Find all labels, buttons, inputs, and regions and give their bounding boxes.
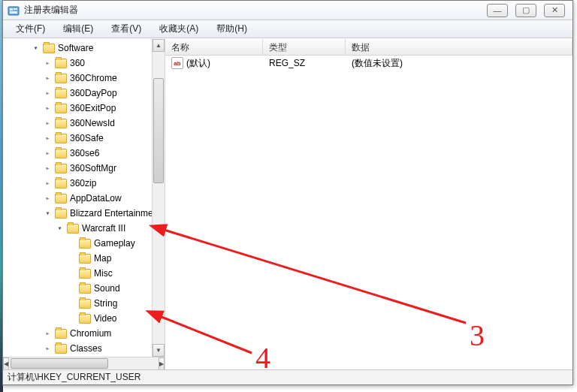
menubar: 文件(F) 编辑(E) 查看(V) 收藏夹(A) 帮助(H) bbox=[3, 20, 572, 38]
folder-icon bbox=[55, 149, 67, 158]
tree-node[interactable]: Gameplay bbox=[68, 236, 165, 251]
values-pane: 名称 类型 数据 ab (默认) REG_SZ (数值未设置) bbox=[165, 39, 572, 369]
tree-node-label: 360se6 bbox=[70, 148, 99, 158]
svg-rect-0 bbox=[8, 7, 19, 15]
menu-favorites[interactable]: 收藏夹(A) bbox=[151, 20, 207, 38]
tree-node-label: 360DayPop bbox=[70, 88, 117, 98]
expand-toggle-icon[interactable]: ▸ bbox=[44, 134, 52, 143]
scroll-right-button[interactable]: ▶ bbox=[159, 357, 165, 369]
expand-toggle-icon[interactable]: ▸ bbox=[44, 164, 52, 173]
tree-spacer bbox=[68, 285, 76, 293]
tree-spacer bbox=[68, 315, 76, 323]
folder-icon bbox=[79, 314, 91, 324]
expand-toggle-icon[interactable]: ▸ bbox=[44, 345, 52, 353]
tree-node-label: 360 bbox=[70, 58, 85, 68]
tree-node-label: Misc bbox=[94, 268, 113, 279]
folder-icon bbox=[55, 89, 67, 98]
tree-node[interactable]: String bbox=[68, 296, 165, 311]
tree-node[interactable]: Video bbox=[68, 311, 165, 326]
scroll-up-button[interactable]: ▲ bbox=[153, 39, 165, 52]
menu-edit[interactable]: 编辑(E) bbox=[55, 20, 101, 38]
tree-node[interactable]: ▸360SoftMgr bbox=[44, 161, 165, 176]
tree-node[interactable]: ▸360Safe bbox=[44, 131, 165, 146]
tree-pane: ▾Software▸360▸360Chrome▸360DayPop▸360Exi… bbox=[3, 39, 165, 369]
tree-spacer bbox=[68, 300, 76, 308]
tree-node-label: 360zip bbox=[70, 178, 96, 188]
tree-vertical-scrollbar[interactable]: ▲ ▼ bbox=[152, 39, 165, 357]
tree-node[interactable]: ▸360se6 bbox=[44, 146, 165, 161]
tree-spacer bbox=[68, 240, 76, 248]
folder-icon bbox=[55, 119, 67, 128]
expand-toggle-icon[interactable]: ▸ bbox=[44, 59, 52, 68]
tree-node[interactable]: ▸360ExitPop bbox=[44, 101, 165, 116]
expand-toggle-icon[interactable]: ▸ bbox=[44, 179, 52, 188]
value-row[interactable]: ab (默认) REG_SZ (数值未设置) bbox=[165, 56, 572, 71]
tree-node[interactable]: ▾Blizzard Entertainment bbox=[44, 206, 165, 221]
svg-rect-1 bbox=[10, 8, 13, 11]
folder-icon bbox=[67, 224, 79, 234]
expand-toggle-icon[interactable]: ▸ bbox=[44, 119, 52, 128]
expand-toggle-icon[interactable]: ▾ bbox=[32, 44, 40, 53]
tree-node[interactable]: ▸360NewsId bbox=[44, 116, 165, 131]
folder-icon bbox=[55, 179, 67, 188]
folder-icon bbox=[43, 44, 55, 53]
tree-node[interactable]: ▸AppDataLow bbox=[44, 191, 165, 206]
tree-node[interactable]: ▸360zip bbox=[44, 176, 165, 191]
hscroll-thumb[interactable] bbox=[11, 358, 108, 369]
tree-node-label: 360ExitPop bbox=[70, 103, 116, 113]
scroll-thumb[interactable] bbox=[153, 78, 164, 183]
column-headers[interactable]: 名称 类型 数据 bbox=[165, 39, 572, 56]
expand-toggle-icon[interactable]: ▾ bbox=[44, 210, 52, 218]
expand-toggle-icon[interactable]: ▸ bbox=[44, 149, 52, 158]
tree-node[interactable]: ▸Classes bbox=[44, 341, 165, 356]
tree-node[interactable]: ▾Software bbox=[32, 41, 165, 56]
titlebar[interactable]: 注册表编辑器 — ▢ ✕ bbox=[3, 1, 572, 20]
folder-icon bbox=[55, 329, 67, 339]
folder-icon bbox=[79, 299, 91, 309]
minimize-button[interactable]: — bbox=[487, 4, 508, 17]
registry-tree[interactable]: ▾Software▸360▸360Chrome▸360DayPop▸360Exi… bbox=[3, 39, 165, 357]
tree-node[interactable]: Sound bbox=[68, 281, 165, 296]
folder-icon bbox=[55, 74, 67, 83]
folder-icon bbox=[55, 194, 67, 204]
column-data[interactable]: 数据 bbox=[346, 39, 572, 55]
menu-view[interactable]: 查看(V) bbox=[103, 20, 150, 38]
window: 注册表编辑器 — ▢ ✕ 文件(F) 编辑(E) 查看(V) 收藏夹(A) 帮助… bbox=[2, 0, 573, 385]
expand-toggle-icon[interactable]: ▸ bbox=[44, 74, 52, 83]
maximize-button[interactable]: ▢ bbox=[515, 4, 536, 17]
values-list[interactable]: ab (默认) REG_SZ (数值未设置) bbox=[165, 56, 572, 369]
tree-node[interactable]: Misc bbox=[68, 266, 165, 281]
expand-toggle-icon[interactable]: ▸ bbox=[44, 330, 52, 338]
close-button[interactable]: ✕ bbox=[544, 4, 565, 17]
expand-toggle-icon[interactable]: ▸ bbox=[44, 194, 52, 203]
scroll-left-button[interactable]: ◀ bbox=[3, 357, 9, 369]
tree-node-label: 360Safe bbox=[70, 133, 104, 143]
expand-toggle-icon[interactable]: ▸ bbox=[44, 89, 52, 98]
status-path: 计算机\HKEY_CURRENT_USER bbox=[8, 371, 140, 384]
tree-node[interactable]: ▾Warcraft III bbox=[56, 221, 165, 236]
folder-icon bbox=[79, 239, 91, 249]
tree-spacer bbox=[68, 270, 76, 278]
window-title: 注册表编辑器 bbox=[24, 4, 78, 17]
column-type[interactable]: 类型 bbox=[263, 39, 346, 55]
expand-toggle-icon[interactable]: ▸ bbox=[44, 104, 52, 113]
scroll-down-button[interactable]: ▼ bbox=[153, 344, 165, 357]
value-name: (默认) bbox=[186, 57, 210, 70]
tree-horizontal-scrollbar[interactable]: ◀ ▶ bbox=[3, 357, 165, 369]
tree-node[interactable]: ▸360 bbox=[44, 56, 165, 71]
value-type: REG_SZ bbox=[263, 58, 346, 68]
tree-node[interactable]: ▸Chromium bbox=[44, 326, 165, 341]
tree-node-label: Blizzard Entertainment bbox=[70, 208, 161, 219]
tree-node[interactable]: Map bbox=[68, 251, 165, 266]
tree-node[interactable]: ▸360DayPop bbox=[44, 86, 165, 101]
expand-toggle-icon[interactable]: ▾ bbox=[56, 225, 64, 233]
menu-help[interactable]: 帮助(H) bbox=[208, 20, 255, 38]
svg-rect-3 bbox=[10, 11, 17, 14]
menu-file[interactable]: 文件(F) bbox=[8, 20, 53, 38]
status-bar: 计算机\HKEY_CURRENT_USER bbox=[3, 369, 572, 384]
folder-icon bbox=[55, 209, 67, 219]
column-name[interactable]: 名称 bbox=[165, 39, 263, 55]
tree-node-label: 360SoftMgr bbox=[70, 163, 116, 173]
tree-node-label: Warcraft III bbox=[82, 223, 125, 234]
tree-node[interactable]: ▸360Chrome bbox=[44, 71, 165, 86]
